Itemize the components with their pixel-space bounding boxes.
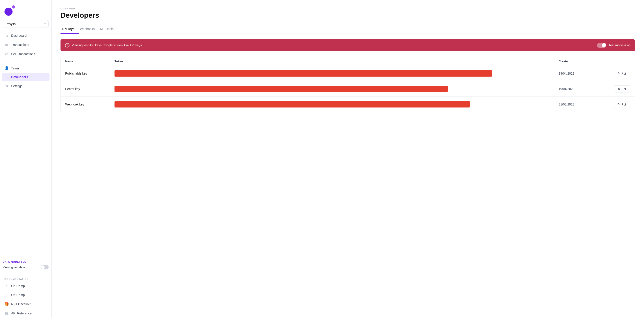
roll-label: Roll — [622, 72, 626, 75]
sidebar-item-label: API Reference — [11, 312, 32, 315]
sidebar-item-developers[interactable]: ›_ Developers — [2, 73, 50, 81]
sidebar-item-label: On-Ramp — [11, 284, 25, 288]
tab-webhooks[interactable]: Webhooks — [79, 25, 99, 34]
test-mode-label: Test mode is on — [608, 43, 630, 47]
main-content: OVERVIEW Developers API keys Webhooks NF… — [52, 0, 644, 318]
alert-message: Viewing test API keys. Toggle to view li… — [72, 43, 143, 47]
col-created: Created — [559, 59, 604, 63]
api-reference-icon: ▦ — [4, 311, 9, 315]
sidebar-divider — [4, 61, 47, 61]
roll-button-webhook[interactable]: ↻ Roll — [614, 101, 630, 108]
key-token-bar — [114, 101, 559, 107]
logo-circle-small — [12, 5, 15, 8]
col-name: Name — [65, 59, 114, 63]
sidebar-item-label: Team — [11, 66, 19, 70]
sidebar-item-label: Dashboard — [11, 34, 27, 37]
sidebar-item-team[interactable]: 👤 Team — [2, 64, 50, 72]
transactions-icon: ▭ — [4, 42, 9, 47]
sidebar-item-label: NFT Checkout — [11, 302, 31, 306]
key-token-bar — [114, 70, 559, 77]
sidebar-item-transactions[interactable]: ▭ Transactions — [2, 40, 50, 49]
tab-nft-tools[interactable]: NFT tools — [99, 25, 118, 34]
roll-button-secret[interactable]: ↻ Roll — [614, 85, 630, 92]
test-data-toggle[interactable] — [40, 265, 48, 269]
docs-section-label: DOCUMENTATION — [2, 278, 50, 282]
api-keys-table: Name Token Created Publishable key 19/04… — [60, 57, 635, 112]
col-token: Token — [114, 59, 559, 63]
key-created: 31/03/2023 — [559, 103, 604, 106]
roll-label: Roll — [622, 103, 626, 106]
table-header: Name Token Created — [61, 57, 635, 66]
developers-icon: ›_ — [4, 75, 9, 79]
sidebar-item-nft-checkout[interactable]: 🎁 NFT Checkout — [2, 300, 50, 308]
roll-button-publishable[interactable]: ↻ Roll — [614, 70, 630, 77]
table-row: Secret key 19/04/2023 ↻ Roll — [61, 81, 635, 97]
sell-transactions-icon: ▭ — [4, 52, 9, 56]
roll-icon: ↻ — [618, 103, 620, 106]
key-name: Publishable key — [65, 72, 114, 75]
key-name: Webhook key — [65, 103, 114, 106]
sidebar-divider-3 — [3, 275, 48, 275]
docs-section: DOCUMENTATION ↑ On-Ramp ↓ Off-Ramp 🎁 NFT… — [0, 278, 51, 318]
key-created: 19/04/2023 — [559, 72, 604, 75]
table-row: Webhook key 31/03/2023 ↻ Roll — [61, 97, 635, 112]
table-row: Publishable key 19/04/2023 ↻ Roll — [61, 66, 635, 81]
col-actions — [604, 59, 630, 63]
sidebar-item-on-ramp[interactable]: ↑ On-Ramp — [2, 282, 50, 290]
key-token-bar — [114, 86, 559, 92]
sidebar-item-dashboard[interactable]: ⌂ Dashboard — [2, 31, 50, 40]
viewing-test-data-label: Viewing test data — [3, 266, 25, 269]
nft-checkout-icon: 🎁 — [4, 302, 9, 306]
roll-label: Roll — [622, 87, 626, 91]
data-mode-label: DATA MODE: TEST — [3, 261, 48, 263]
sidebar-nav: ⌂ Dashboard ▭ Transactions ▭ Sell Transa… — [0, 31, 51, 252]
on-ramp-icon: ↑ — [4, 284, 9, 288]
alert-info-icon: ! — [65, 43, 70, 47]
test-data-toggle-row: Viewing test data — [3, 265, 48, 269]
sidebar-item-label: Settings — [11, 84, 23, 88]
sidebar-item-sell-transactions[interactable]: ▭ Sell Transactions — [2, 49, 50, 58]
test-mode-alert-banner: ! Viewing test API keys. Toggle to view … — [60, 39, 635, 51]
sidebar: Privy.io ▾ ⌂ Dashboard ▭ Transactions ▭ … — [0, 0, 52, 318]
logo-icon — [4, 4, 16, 16]
sidebar-item-label: Developers — [11, 75, 28, 79]
alert-right: Test mode is on — [597, 43, 630, 48]
sidebar-item-label: Transactions — [11, 43, 29, 46]
key-created: 19/04/2023 — [559, 87, 604, 91]
logo-area — [0, 4, 51, 20]
page-tabs: API keys Webhooks NFT tools — [60, 25, 635, 34]
workspace-label: Privy.io — [6, 22, 16, 26]
roll-icon: ↻ — [618, 87, 620, 91]
logo-circle-big — [4, 7, 12, 16]
sidebar-item-off-ramp[interactable]: ↓ Off-Ramp — [2, 291, 50, 299]
sidebar-item-label: Off-Ramp — [11, 293, 25, 297]
sidebar-divider-2 — [3, 255, 48, 255]
workspace-selector[interactable]: Privy.io ▾ — [3, 20, 48, 28]
test-mode-toggle[interactable] — [597, 43, 606, 48]
settings-icon: ⚙ — [4, 84, 9, 88]
alert-left: ! Viewing test API keys. Toggle to view … — [65, 43, 143, 47]
tab-api-keys[interactable]: API keys — [60, 25, 79, 34]
home-icon: ⌂ — [4, 33, 9, 38]
key-name: Secret key — [65, 87, 114, 91]
sidebar-item-label: Sell Transactions — [11, 52, 35, 56]
page-title: Developers — [60, 11, 635, 19]
sidebar-item-api-reference[interactable]: ▦ API Reference — [2, 309, 50, 318]
sidebar-item-settings[interactable]: ⚙ Settings — [2, 81, 50, 90]
team-icon: 👤 — [4, 66, 9, 70]
data-mode-section: DATA MODE: TEST Viewing test data — [0, 258, 51, 272]
roll-icon: ↻ — [618, 72, 620, 75]
off-ramp-icon: ↓ — [4, 293, 9, 297]
page-overview-label: OVERVIEW — [60, 7, 635, 10]
chevron-down-icon: ▾ — [44, 22, 46, 25]
